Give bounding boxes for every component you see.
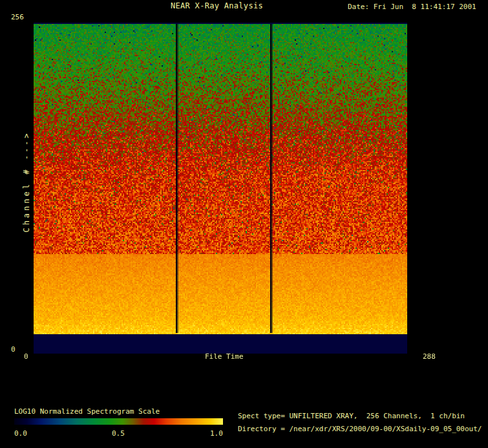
colorbar-tick-min: 0.0	[14, 430, 27, 438]
colorbar-gradient	[14, 418, 223, 425]
y-axis-label: Channel # --->	[22, 131, 31, 232]
spectrogram-heatmap	[34, 23, 407, 354]
x-axis-label: File Time	[205, 353, 244, 361]
plot-window: NEAR X-Ray Analysis Date: Fri Jun 8 11:4…	[0, 0, 488, 448]
y-axis-tick-max: 256	[11, 14, 24, 21]
directory-info: Directory = /near/xdr/XRS/2000/09-00/XSd…	[238, 425, 482, 433]
colorbar-tick-mid: 0.5	[112, 430, 125, 438]
page-title: NEAR X-Ray Analysis	[171, 2, 263, 10]
y-axis-tick-min: 0	[11, 346, 16, 354]
colorbar-tick-max: 1.0	[210, 430, 223, 438]
date-stamp: Date: Fri Jun 8 11:41:17 2001	[348, 3, 476, 11]
colorbar-title: LOG10 Normalized Spectrogram Scale	[14, 408, 160, 416]
spect-type-info: Spect type= UNFILTERED XRAY, 256 Channel…	[238, 412, 465, 420]
x-axis-tick-max: 288	[423, 353, 436, 361]
x-axis-tick-min: 0	[24, 353, 28, 361]
